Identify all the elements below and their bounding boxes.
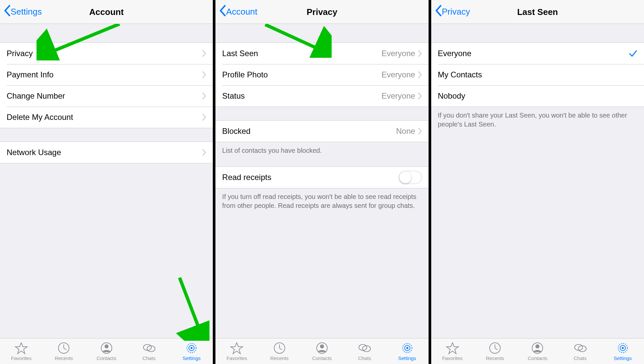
- navbar: Settings Account: [0, 0, 213, 24]
- account-group-1: Privacy Payment Info Change Number Delet…: [0, 43, 213, 128]
- read-receipts-toggle[interactable]: [399, 171, 422, 184]
- tab-label: Favorites: [227, 355, 247, 361]
- cell-payment-info[interactable]: Payment Info: [0, 64, 213, 85]
- navbar: Account Privacy: [215, 0, 428, 24]
- tab-label: Settings: [398, 355, 416, 361]
- back-label: Account: [226, 7, 257, 17]
- back-label: Settings: [11, 7, 42, 17]
- back-button[interactable]: Account: [219, 5, 257, 19]
- tab-label: Chats: [142, 355, 155, 361]
- tab-chats[interactable]: Chats: [128, 338, 170, 364]
- tab-recents[interactable]: Recents: [258, 338, 301, 364]
- tab-label: Contacts: [312, 355, 332, 361]
- chevron-left-icon: [219, 5, 226, 19]
- cell-network-usage[interactable]: Network Usage: [0, 142, 213, 163]
- gear-icon: [185, 341, 198, 355]
- tab-label: Contacts: [528, 355, 547, 361]
- cell-label: Read receipts: [222, 173, 398, 182]
- screen-divider: [429, 0, 431, 364]
- tab-chats[interactable]: Chats: [343, 338, 386, 364]
- last-seen-note: If you don't share your Last Seen, you w…: [431, 107, 644, 133]
- chat-icon: [142, 341, 156, 355]
- cell-label: Network Usage: [7, 148, 202, 157]
- tab-label: Favorites: [442, 355, 463, 361]
- tab-contacts[interactable]: Contacts: [85, 338, 128, 364]
- cell-label: My Contacts: [438, 70, 637, 79]
- option-nobody[interactable]: Nobody: [431, 85, 644, 107]
- tab-recents[interactable]: Recents: [474, 338, 516, 364]
- person-icon: [100, 341, 113, 355]
- tab-label: Recents: [270, 355, 288, 361]
- tab-contacts[interactable]: Contacts: [301, 338, 343, 364]
- svg-point-7: [105, 344, 109, 348]
- chevron-right-icon: [202, 50, 206, 57]
- person-icon: [315, 341, 329, 355]
- back-label: Privacy: [442, 7, 470, 17]
- cell-blocked[interactable]: Blocked None: [215, 121, 428, 142]
- tab-settings[interactable]: Settings: [602, 338, 644, 364]
- person-icon: [531, 341, 544, 355]
- chevron-right-icon: [202, 92, 206, 100]
- tab-label: Favorites: [11, 355, 32, 361]
- nav-title: Privacy: [307, 7, 338, 17]
- read-receipts-note: If you turn off read receipts, you won't…: [215, 188, 428, 214]
- tab-chats[interactable]: Chats: [559, 338, 601, 364]
- chevron-right-icon: [202, 149, 206, 156]
- cell-change-number[interactable]: Change Number: [0, 85, 213, 107]
- tabbar: Favorites Recents Contacts Chats Setting…: [215, 338, 428, 364]
- chevron-left-icon: [4, 5, 11, 19]
- tab-settings[interactable]: Settings: [170, 338, 213, 364]
- cell-label: Status: [222, 91, 381, 101]
- clock-icon: [273, 341, 286, 355]
- svg-point-32: [622, 347, 624, 349]
- back-button[interactable]: Privacy: [435, 5, 470, 19]
- tab-label: Contacts: [97, 355, 116, 361]
- tabbar: Favorites Recents Contacts Chats Setting…: [431, 338, 644, 364]
- svg-point-23: [406, 347, 408, 349]
- chat-icon: [358, 341, 371, 355]
- nav-title: Last Seen: [517, 7, 558, 17]
- cell-privacy[interactable]: Privacy: [0, 43, 213, 64]
- tab-favorites[interactable]: Favorites: [0, 338, 42, 364]
- cell-last-seen[interactable]: Last Seen Everyone: [215, 43, 428, 64]
- tab-recents[interactable]: Recents: [42, 338, 85, 364]
- back-button[interactable]: Settings: [4, 5, 42, 19]
- account-group-2: Network Usage: [0, 141, 213, 163]
- screen-account: Settings Account Privacy Payment Info Ch…: [0, 0, 213, 364]
- tab-label: Chats: [358, 355, 371, 361]
- content: Everyone My Contacts Nobody If you don't…: [431, 24, 644, 338]
- tab-label: Settings: [614, 355, 632, 361]
- svg-marker-15: [231, 343, 243, 354]
- cell-profile-photo[interactable]: Profile Photo Everyone: [215, 64, 428, 85]
- chat-icon: [574, 341, 587, 355]
- tab-settings[interactable]: Settings: [386, 338, 428, 364]
- svg-point-12: [191, 347, 193, 349]
- tab-favorites[interactable]: Favorites: [431, 338, 474, 364]
- cell-delete-account[interactable]: Delete My Account: [0, 107, 213, 128]
- clock-icon: [488, 341, 502, 355]
- option-my-contacts[interactable]: My Contacts: [431, 64, 644, 85]
- chevron-right-icon: [418, 128, 422, 135]
- cell-read-receipts[interactable]: Read receipts: [215, 167, 428, 188]
- toggle-knob: [399, 171, 411, 183]
- cell-status[interactable]: Status Everyone: [215, 85, 428, 107]
- svg-point-27: [535, 344, 539, 348]
- content: Privacy Payment Info Change Number Delet…: [0, 24, 213, 338]
- cell-label: Payment Info: [7, 70, 202, 79]
- star-icon: [230, 341, 243, 355]
- tab-label: Recents: [486, 355, 504, 361]
- tab-contacts[interactable]: Contacts: [516, 338, 559, 364]
- cell-label: Change Number: [7, 91, 202, 101]
- option-everyone[interactable]: Everyone: [431, 43, 644, 64]
- screen-divider: [213, 0, 215, 364]
- tab-label: Settings: [183, 355, 201, 361]
- svg-marker-24: [446, 343, 458, 354]
- tab-label: Chats: [574, 355, 587, 361]
- nav-title: Account: [89, 7, 124, 17]
- tab-favorites[interactable]: Favorites: [215, 338, 258, 364]
- svg-marker-4: [15, 343, 27, 354]
- cell-label: Nobody: [438, 91, 637, 101]
- chevron-right-icon: [418, 71, 422, 78]
- cell-value: None: [396, 127, 415, 136]
- content: Last Seen Everyone Profile Photo Everyon…: [215, 24, 428, 338]
